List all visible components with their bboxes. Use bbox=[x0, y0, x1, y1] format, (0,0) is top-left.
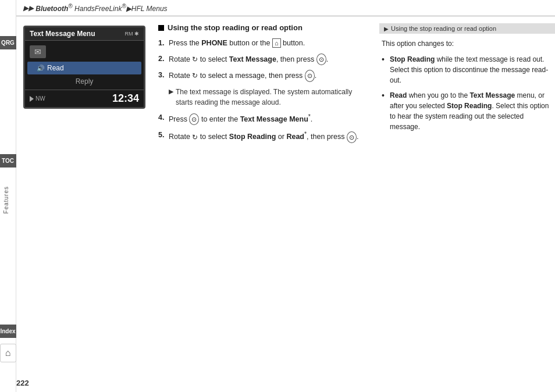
step-3-content: Rotate ↻ to select a message, then press… bbox=[169, 70, 365, 82]
read-label: Read bbox=[47, 64, 64, 72]
bullet-item-stop-reading: • Stop Reading while the text message is… bbox=[382, 54, 553, 85]
info-panel-body: This option changes to: • Stop Reading w… bbox=[379, 38, 555, 132]
step-1: 1. Press the PHONE button or the ⌂ butto… bbox=[158, 38, 365, 49]
screen-title: Text Message Menu bbox=[30, 30, 95, 38]
step-2-content: Rotate ↻ to select Text Message, then pr… bbox=[169, 54, 365, 66]
step-3-note: ▶ The text message is displayed. The sys… bbox=[169, 87, 365, 108]
screen-reply-item: Reply bbox=[25, 76, 144, 87]
bullet-dot-1: • bbox=[382, 54, 389, 66]
step-4-num: 4. bbox=[158, 112, 169, 126]
info-panel-header: ▶ Using the stop reading or read option bbox=[379, 23, 555, 34]
section-title-text: Using the stop reading or read option bbox=[168, 23, 303, 32]
main-content: Text Message Menu RM ✱ ✉ 🔊 Read Reply NW… bbox=[16, 16, 555, 392]
screen-status-icons: RM ✱ bbox=[125, 31, 140, 37]
bullet-item-read: • Read when you go to the Text Message m… bbox=[382, 90, 553, 132]
features-label: Features bbox=[3, 186, 9, 213]
screen-header: Text Message Menu RM ✱ bbox=[25, 27, 144, 41]
screen-envelope-area: ✉ bbox=[25, 43, 144, 60]
screen-nw: NW bbox=[30, 95, 45, 102]
step-4: 4. Press ⊙ to enter the Text Message Men… bbox=[158, 112, 365, 126]
step-5-num: 5. bbox=[158, 130, 169, 143]
step-2-num: 2. bbox=[158, 54, 169, 66]
step-2: 2. Rotate ↻ to select Text Message, then… bbox=[158, 54, 365, 66]
info-column: ▶ Using the stop reading or read option … bbox=[375, 23, 555, 385]
screen-time: 12:34 bbox=[112, 92, 139, 105]
envelope-icon: ✉ bbox=[30, 45, 46, 58]
info-intro-text: This option changes to: bbox=[382, 38, 553, 49]
page-number: 222 bbox=[16, 379, 29, 387]
bullet-1-content: Stop Reading while the text message is r… bbox=[390, 54, 553, 85]
breadcrumb-arrow1: ▶▶ bbox=[23, 4, 34, 12]
sidebar-item-qrg[interactable]: QRG bbox=[0, 36, 16, 49]
step-3-num: 3. bbox=[158, 70, 169, 82]
screen-read-item: 🔊 Read bbox=[27, 62, 141, 74]
screen-footer: NW 12:34 bbox=[25, 90, 144, 107]
bullet-2-content: Read when you go to the Text Message men… bbox=[390, 90, 553, 132]
screen-body: ✉ 🔊 Read Reply bbox=[25, 41, 144, 90]
step-5: 5. Rotate ↻ to select Stop Reading or Re… bbox=[158, 130, 365, 143]
info-arrow-icon: ▶ bbox=[384, 26, 389, 32]
step-3: 3. Rotate ↻ to select a message, then pr… bbox=[158, 70, 365, 82]
step-1-content: Press the PHONE button or the ⌂ button. bbox=[169, 38, 365, 49]
section-title: Using the stop reading or read option bbox=[158, 23, 365, 32]
sidebar-item-home[interactable]: ⌂ bbox=[0, 344, 16, 362]
info-header-text: Using the stop reading or read option bbox=[391, 25, 496, 32]
breadcrumb: ▶▶ Bluetooth® HandsFreeLink®▶HFL Menus bbox=[16, 0, 555, 16]
note-text: The text message is displayed. The syste… bbox=[176, 87, 365, 108]
step-4-content: Press ⊙ to enter the Text Message Menu*. bbox=[169, 112, 365, 126]
breadcrumb-text: Bluetooth® HandsFreeLink®▶HFL Menus bbox=[35, 3, 167, 13]
device-screen: Text Message Menu RM ✱ ✉ 🔊 Read Reply NW… bbox=[23, 26, 145, 109]
black-square-icon bbox=[158, 25, 164, 31]
sidebar-item-index[interactable]: Index bbox=[0, 325, 16, 338]
device-mockup-panel: Text Message Menu RM ✱ ✉ 🔊 Read Reply NW… bbox=[16, 16, 156, 392]
nw-text: NW bbox=[35, 95, 45, 102]
right-panel: Using the stop reading or read option 1.… bbox=[156, 16, 555, 392]
bullet-dot-2: • bbox=[382, 90, 389, 102]
sidebar-item-toc[interactable]: TOC bbox=[0, 154, 16, 168]
step-5-content: Rotate ↻ to select Stop Reading or Read*… bbox=[169, 130, 365, 143]
speaker-icon: 🔊 bbox=[37, 65, 45, 72]
note-arrow-icon: ▶ bbox=[169, 87, 173, 97]
triangle-icon bbox=[30, 96, 34, 102]
instructions-column: Using the stop reading or read option 1.… bbox=[156, 23, 375, 385]
step-1-num: 1. bbox=[158, 38, 169, 49]
